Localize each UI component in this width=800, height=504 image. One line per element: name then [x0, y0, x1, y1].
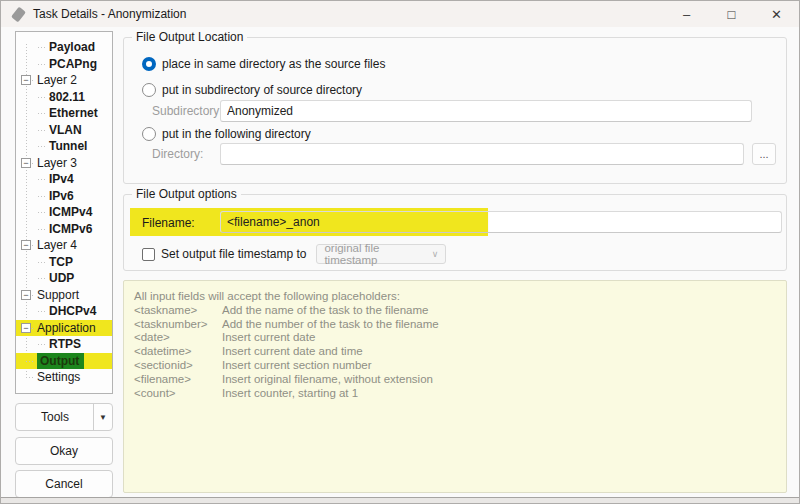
tools-button-label: Tools: [41, 410, 69, 424]
placeholder-row: <filename>Insert original filename, with…: [134, 373, 776, 387]
group-title: File Output options: [132, 187, 241, 201]
tree-item-icmpv6[interactable]: ICMPv6: [16, 221, 112, 238]
placeholder-row: <datetime>Insert current date and time: [134, 345, 776, 359]
timestamp-checkbox[interactable]: [142, 248, 155, 261]
placeholder-row: <taskname>Add the name of the task to th…: [134, 304, 776, 318]
file-output-options-group: File Output options Filename: Set output…: [123, 194, 787, 271]
radio-following-directory-label: put in the following directory: [162, 127, 311, 141]
placeholder-description: Insert original filename, without extens…: [222, 373, 776, 387]
radio-same-directory[interactable]: [142, 57, 156, 71]
tree-item-label: PCAPng: [49, 57, 97, 71]
file-output-location-group: File Output Location place in same direc…: [123, 37, 787, 184]
tree-item-layer-2[interactable]: −Layer 2: [16, 72, 112, 89]
tree-item-label: Layer 4: [37, 238, 77, 252]
tree-item-ethernet[interactable]: Ethernet: [16, 105, 112, 122]
tree-item-label: ICMPv4: [49, 205, 92, 219]
tree-item-dhcpv4[interactable]: DHCPv4: [16, 303, 112, 320]
tree-item-label: Output: [37, 353, 84, 369]
tree-item-ipv6[interactable]: IPv6: [16, 188, 112, 205]
radio-row-subdirectory: put in subdirectory of source directory: [142, 83, 362, 97]
tree-item-support[interactable]: −Support: [16, 287, 112, 304]
section-tree: PayloadPCAPng−Layer 2802.11EthernetVLANT…: [15, 31, 113, 394]
placeholder-row: <date>Insert current date: [134, 331, 776, 345]
radio-row-following-directory: put in the following directory: [142, 127, 311, 141]
tree-item-label: Payload: [49, 40, 95, 54]
window-controls: – □ ✕: [664, 1, 799, 27]
tree-item-label: Application: [37, 321, 96, 335]
maximize-button[interactable]: □: [709, 1, 754, 27]
okay-button[interactable]: Okay: [15, 437, 113, 465]
tree-item-label: DHCPv4: [49, 304, 96, 318]
tree-item-vlan[interactable]: VLAN: [16, 122, 112, 139]
placeholder-tag: <filename>: [134, 373, 222, 387]
tools-button[interactable]: Tools ▼: [15, 403, 113, 431]
tree-item-label: VLAN: [49, 123, 82, 137]
filename-label: Filename:: [142, 216, 195, 230]
timestamp-dropdown-value: original file timestamp: [324, 242, 431, 266]
tree-item-icmpv4[interactable]: ICMPv4: [16, 204, 112, 221]
timestamp-checkbox-label: Set output file timestamp to: [161, 247, 306, 261]
placeholders-list: <taskname>Add the name of the task to th…: [134, 304, 776, 401]
collapse-icon[interactable]: −: [21, 158, 31, 168]
tree-item-layer-3[interactable]: −Layer 3: [16, 155, 112, 172]
tree-item-label: Layer 3: [37, 156, 77, 170]
placeholder-row: <sectionid>Insert current section number: [134, 359, 776, 373]
placeholder-description: Add the name of the task to the filename: [222, 304, 776, 318]
tree-item-label: RTPS: [49, 337, 81, 351]
task-details-dialog: Task Details - Anonymization – □ ✕ Paylo…: [0, 0, 800, 504]
minimize-button[interactable]: –: [664, 1, 709, 27]
radio-subdirectory-label: put in subdirectory of source directory: [162, 83, 362, 97]
tree-item-pcapng[interactable]: PCAPng: [16, 56, 112, 73]
window-bottom-edge: [1, 497, 799, 503]
tree-item-label: Tunnel: [49, 139, 87, 153]
placeholder-description: Insert current date and time: [222, 345, 776, 359]
chevron-down-icon: ∨: [432, 249, 439, 259]
browse-directory-button[interactable]: ...: [752, 143, 776, 165]
radio-following-directory[interactable]: [142, 127, 156, 141]
tools-dropdown-arrow[interactable]: ▼: [93, 404, 112, 430]
placeholder-tag: <sectionid>: [134, 359, 222, 373]
placeholder-description: Add the number of the task to the filena…: [222, 318, 776, 332]
placeholder-row: <count>Insert counter, starting at 1: [134, 387, 776, 401]
app-icon: [11, 6, 26, 22]
placeholder-description: Insert current section number: [222, 359, 776, 373]
directory-label: Directory:: [152, 147, 203, 161]
collapse-icon[interactable]: −: [21, 240, 31, 250]
placeholder-row: <tasknumber>Add the number of the task t…: [134, 318, 776, 332]
tree-item-label: IPv4: [49, 172, 74, 186]
tree-item-label: TCP: [49, 255, 73, 269]
radio-row-same-directory: place in same directory as the source fi…: [142, 57, 385, 71]
radio-subdirectory[interactable]: [142, 83, 156, 97]
subdirectory-input[interactable]: [220, 100, 752, 122]
tree-item-udp[interactable]: UDP: [16, 270, 112, 287]
placeholder-tag: <taskname>: [134, 304, 222, 318]
titlebar: Task Details - Anonymization – □ ✕: [1, 1, 799, 27]
group-title: File Output Location: [132, 30, 247, 44]
tree-item-label: Ethernet: [49, 106, 98, 120]
placeholder-description: Insert counter, starting at 1: [222, 387, 776, 401]
filename-input[interactable]: [220, 211, 782, 233]
collapse-icon[interactable]: −: [21, 75, 31, 85]
collapse-icon[interactable]: −: [21, 323, 31, 333]
tree-item-tunnel[interactable]: Tunnel: [16, 138, 112, 155]
tree-item-layer-4[interactable]: −Layer 4: [16, 237, 112, 254]
tree-item-802-11[interactable]: 802.11: [16, 89, 112, 106]
placeholder-description: Insert current date: [222, 331, 776, 345]
close-button[interactable]: ✕: [754, 1, 799, 27]
tree-item-output[interactable]: Output: [16, 353, 112, 370]
collapse-icon[interactable]: −: [21, 290, 31, 300]
subdirectory-label: Subdirectory:: [152, 104, 223, 118]
timestamp-dropdown[interactable]: original file timestamp ∨: [316, 244, 446, 264]
cancel-button-label: Cancel: [45, 477, 82, 491]
directory-input[interactable]: [220, 143, 744, 165]
tree-item-rtps[interactable]: RTPS: [16, 336, 112, 353]
tree-item-label: Layer 2: [37, 73, 77, 87]
tree-item-tcp[interactable]: TCP: [16, 254, 112, 271]
tree-item-label: IPv6: [49, 189, 74, 203]
tree-item-ipv4[interactable]: IPv4: [16, 171, 112, 188]
tree-item-application[interactable]: −Application: [16, 320, 112, 337]
placeholder-tag: <tasknumber>: [134, 318, 222, 332]
tree-item-payload[interactable]: Payload: [16, 39, 112, 56]
cancel-button[interactable]: Cancel: [15, 470, 113, 498]
tree-item-settings[interactable]: Settings: [16, 369, 112, 386]
